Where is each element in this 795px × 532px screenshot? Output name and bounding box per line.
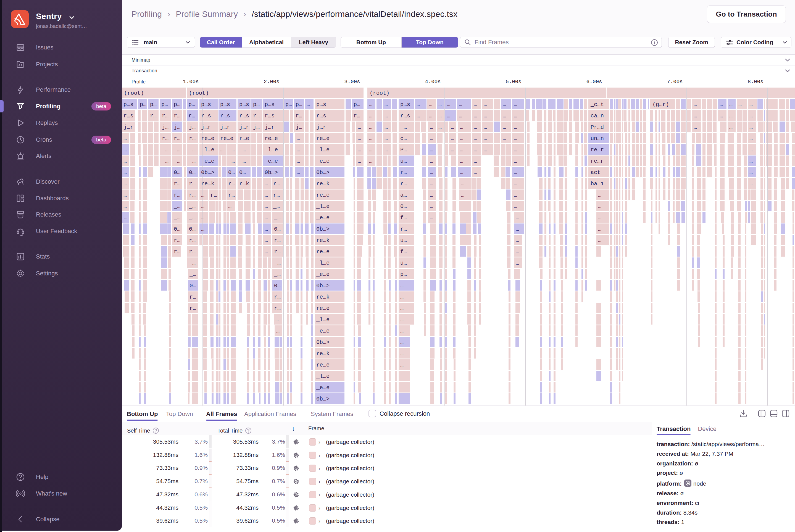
svg-text:(root): (root) <box>124 90 144 96</box>
svg-text:…: … <box>369 147 372 153</box>
svg-text:…: … <box>400 362 403 368</box>
svg-text:r…s: r…s <box>220 113 230 119</box>
svg-text:_…: _… <box>273 203 280 210</box>
svg-text:…: … <box>451 135 454 142</box>
svg-text:act: act <box>591 169 601 176</box>
svg-text:_l…e: _l…e <box>316 317 329 323</box>
svg-text:…: … <box>358 147 361 153</box>
svg-text:_e…e: _e…e <box>316 328 329 334</box>
svg-text:…: … <box>514 158 517 164</box>
svg-text:re…e: re…e <box>316 362 329 368</box>
svg-text:j…: j… <box>162 124 169 130</box>
svg-text:re…e: re…e <box>220 135 233 142</box>
svg-text:_l…e: _l…e <box>316 373 329 380</box>
svg-text:…: … <box>447 113 450 119</box>
svg-text:…: … <box>124 215 127 221</box>
svg-text:r…: r… <box>400 169 407 176</box>
svg-text:p…: p… <box>161 101 168 108</box>
svg-text:j…r: j…r <box>201 124 211 130</box>
svg-text:…: … <box>729 124 733 130</box>
svg-text:…: … <box>516 260 519 266</box>
svg-text:_…: _… <box>162 147 169 153</box>
svg-text:r…: r… <box>174 113 181 119</box>
svg-text:_…: _… <box>173 215 181 221</box>
svg-text:_e…e: _e…e <box>316 271 329 278</box>
svg-text:re…r: re…r <box>591 147 604 153</box>
svg-text:…: … <box>720 113 723 119</box>
svg-text:j…r: j…r <box>124 124 133 130</box>
svg-text:re…k: re…k <box>316 294 329 300</box>
svg-text:(root): (root) <box>370 90 390 96</box>
svg-text:…: … <box>514 113 517 119</box>
svg-text:…: … <box>400 339 403 345</box>
svg-text:r…: r… <box>174 249 181 255</box>
svg-text:re…k: re…k <box>316 180 329 187</box>
svg-text:…: … <box>400 350 403 357</box>
svg-text:…: … <box>459 101 462 108</box>
svg-text:p…: p… <box>354 101 360 108</box>
svg-text:…: … <box>514 124 517 130</box>
svg-text:0b…>: 0b…> <box>316 226 329 232</box>
svg-text:…: … <box>516 249 519 255</box>
svg-text:f…: f… <box>400 215 407 221</box>
svg-text:…: … <box>430 135 433 142</box>
svg-text:r…: r… <box>189 249 195 255</box>
svg-text:…: … <box>514 192 517 198</box>
svg-text:…: … <box>124 135 127 142</box>
svg-text:re…e: re…e <box>316 305 329 311</box>
svg-text:…: … <box>438 113 442 119</box>
svg-text:r…: r… <box>189 294 196 300</box>
svg-text:…: … <box>484 147 487 153</box>
svg-text:…: … <box>750 101 753 108</box>
svg-text:0b…>: 0b…> <box>316 283 329 289</box>
svg-text:p…s: p…s <box>220 101 230 108</box>
svg-text:…: … <box>598 237 601 244</box>
svg-text:0…: 0… <box>274 226 281 232</box>
svg-text:…: … <box>369 113 372 119</box>
svg-text:c…: c… <box>400 135 407 142</box>
svg-text:0b…>: 0b…> <box>265 169 278 176</box>
svg-text:…: … <box>429 101 432 108</box>
svg-text:…: … <box>430 192 433 198</box>
svg-text:r…s: r…s <box>239 113 249 119</box>
svg-text:_e…e: _e…e <box>316 384 329 391</box>
svg-text:r…: r… <box>296 113 302 119</box>
svg-text:Pr…d: Pr…d <box>591 124 604 130</box>
svg-text:r…: r… <box>150 113 157 119</box>
svg-text:…: … <box>276 317 279 323</box>
svg-text:0…: 0… <box>189 283 196 289</box>
svg-text:…: … <box>738 101 742 108</box>
svg-text:…: … <box>430 124 433 130</box>
svg-text:…: … <box>276 328 280 334</box>
svg-text:…: … <box>430 215 433 221</box>
svg-text:…: … <box>384 135 388 142</box>
svg-text:…: … <box>474 169 477 176</box>
svg-text:r…s: r…s <box>400 113 410 119</box>
svg-text:…: … <box>124 169 127 176</box>
svg-text:j…: j… <box>174 124 181 130</box>
svg-text:_e…e: _e…e <box>316 158 329 164</box>
svg-text:r…: r… <box>174 135 181 142</box>
svg-text:…: … <box>503 101 506 108</box>
svg-text:…: … <box>430 147 433 153</box>
svg-text:…: … <box>514 203 517 210</box>
svg-text:j…r: j…r <box>220 124 230 130</box>
svg-text:…: … <box>400 317 403 323</box>
svg-text:r…: r… <box>400 226 407 232</box>
svg-text:…: … <box>514 101 517 108</box>
svg-text:r…: r… <box>189 305 196 311</box>
svg-text:j…r: j…r <box>265 124 275 130</box>
svg-text:…: … <box>460 135 463 142</box>
svg-text:…: … <box>265 192 268 198</box>
svg-text:p…: p… <box>150 101 157 108</box>
svg-text:…: … <box>417 113 420 119</box>
svg-text:r…: r… <box>274 305 281 311</box>
svg-text:r…s: r…s <box>201 113 211 119</box>
svg-text:ba…1: ba…1 <box>591 180 604 187</box>
svg-text:p…: p… <box>188 101 195 108</box>
svg-text:r…: r… <box>162 135 169 142</box>
svg-text:…: … <box>694 113 697 119</box>
svg-text:_l…e: _l…e <box>316 260 329 266</box>
svg-text:p…s: p…s <box>124 101 133 108</box>
svg-text:…: … <box>265 226 268 232</box>
